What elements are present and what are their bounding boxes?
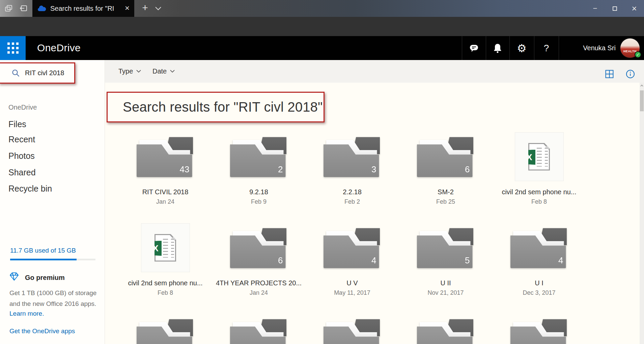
folder-icon: 5: [417, 227, 475, 268]
file-tile[interactable]: [505, 314, 573, 344]
file-tile[interactable]: 4 U I Dec 3, 2017: [505, 223, 573, 296]
search-input[interactable]: RIT civl 2018: [25, 69, 64, 77]
browser-tab[interactable]: Search results for "RI ×: [32, 0, 134, 17]
tab-close-icon[interactable]: ×: [125, 3, 130, 13]
grid-view-button[interactable]: [605, 70, 614, 78]
file-tile[interactable]: X civil 2nd sem phone nu... Feb 8: [505, 132, 573, 205]
learn-more-link[interactable]: Learn more.: [9, 310, 44, 317]
storage-usage-link[interactable]: 11.7 GB used of 15 GB: [10, 247, 76, 254]
sidebar-item-recycle-bin[interactable]: Recycle bin: [8, 184, 52, 194]
results-row: X civil 2nd sem phone nu... Feb 8 6 4TH …: [132, 223, 573, 296]
filter-bar: Type Date: [105, 60, 644, 83]
tile-name: RIT CIVIL 2018: [142, 188, 189, 196]
folder-icon: 2: [230, 136, 288, 177]
item-count-badge: 43: [180, 164, 190, 175]
tile-name: U V: [346, 279, 358, 287]
file-tile[interactable]: 3 2.2.18 Feb 2: [318, 132, 386, 205]
chevron-down-icon: [170, 70, 175, 73]
storage-progressbar: [10, 259, 95, 260]
app-launcher-button[interactable]: [0, 36, 26, 60]
file-tile[interactable]: 6 SM-2 Feb 25: [412, 132, 479, 205]
file-tile[interactable]: 43 RIT CIVIL 2018 Jan 24: [132, 132, 199, 205]
scrollbar[interactable]: [640, 83, 644, 344]
folder-icon: 3: [324, 136, 381, 177]
help-icon[interactable]: ?: [534, 36, 559, 60]
folder-icon: 43: [137, 136, 194, 177]
filter-date-dropdown[interactable]: Date: [152, 60, 175, 83]
file-tile[interactable]: 5 U II Nov 21, 2017: [412, 223, 479, 296]
file-tile[interactable]: [132, 314, 199, 344]
info-button[interactable]: [626, 69, 635, 79]
search-icon: [12, 69, 20, 77]
tile-name: 9.2.18: [249, 188, 268, 196]
tile-date: May 11, 2017: [334, 289, 370, 296]
go-premium-button[interactable]: Go premium: [25, 274, 65, 282]
sidebar-item-shared[interactable]: Shared: [8, 168, 36, 177]
close-button[interactable]: ×: [624, 0, 644, 17]
scroll-up-icon[interactable]: [640, 85, 643, 87]
tab-list-chevron-icon[interactable]: [155, 7, 161, 10]
folder-icon: 4: [324, 227, 381, 268]
premium-text-line1: Get 1 TB (1000 GB) of storage: [9, 289, 96, 297]
results-row-partial: [132, 314, 573, 344]
folder-icon: [230, 318, 288, 344]
tile-date: Feb 2: [344, 198, 360, 205]
scrollbar-thumb[interactable]: [640, 90, 644, 111]
filter-date-label: Date: [152, 67, 167, 75]
tile-date: Feb 8: [158, 289, 173, 296]
get-onedrive-apps-link[interactable]: Get the OneDrive apps: [9, 327, 75, 335]
item-count-badge: 4: [371, 255, 376, 266]
file-tile[interactable]: 2 9.2.18 Feb 9: [225, 132, 292, 205]
folder-icon: 4: [510, 227, 568, 268]
tile-name: U II: [440, 279, 451, 287]
file-tile[interactable]: 4 U V May 11, 2017: [318, 223, 386, 296]
minimize-button[interactable]: −: [585, 0, 605, 17]
item-count-badge: 5: [465, 255, 470, 266]
filter-type-dropdown[interactable]: Type: [118, 60, 141, 83]
tile-name: civil 2nd sem phone nu...: [128, 279, 202, 287]
file-tile[interactable]: [318, 314, 386, 344]
user-name[interactable]: Venuka Sri: [583, 44, 616, 52]
sidebar-item-files[interactable]: Files: [8, 119, 26, 129]
sidebar-section-label: OneDrive: [8, 104, 37, 111]
settings-icon[interactable]: ⚙: [509, 36, 534, 60]
file-tile[interactable]: [225, 314, 292, 344]
tile-name: 4TH YEAR PROJECTS 20...: [216, 279, 302, 287]
maximize-button[interactable]: [605, 0, 624, 17]
tile-date: Jan 24: [156, 198, 174, 205]
tab-preview-icon[interactable]: [4, 4, 13, 12]
premium-diamond-icon: [9, 272, 20, 281]
notifications-icon[interactable]: [486, 36, 509, 60]
tile-date: Feb 9: [251, 198, 267, 205]
excel-logo-icon: X: [149, 241, 162, 256]
item-count-badge: 3: [371, 164, 376, 175]
file-tile[interactable]: X civil 2nd sem phone nu... Feb 8: [132, 223, 199, 296]
folder-icon: [137, 318, 194, 344]
folder-icon: 6: [230, 227, 288, 268]
tile-name: 2.2.18: [343, 188, 362, 196]
tile-name: U I: [535, 279, 543, 287]
tile-date: Feb 25: [436, 198, 455, 205]
tab-title: Search results for "RI: [50, 5, 123, 12]
results-row: 43 RIT CIVIL 2018 Jan 24 2 9.2.18 Feb 9 …: [132, 132, 573, 205]
sidebar-item-photos[interactable]: Photos: [8, 151, 35, 161]
premium-text-line2: and the new Office 2016 apps.: [9, 300, 96, 308]
storage-progress-fill: [10, 259, 77, 260]
sidebar-item-recent[interactable]: Recent: [8, 135, 35, 144]
results-heading: Search results for "RIT civl 2018": [108, 93, 324, 121]
onedrive-header: OneDrive ⚙ ? Venuka Sri HEALTH ✓: [0, 36, 644, 60]
tile-date: Jan 24: [250, 289, 268, 296]
file-tile[interactable]: [412, 314, 479, 344]
onedrive-favicon: [37, 5, 46, 11]
annotation-search-box: RIT civl 2018: [0, 62, 75, 84]
filter-type-label: Type: [118, 67, 133, 75]
file-tile[interactable]: 6 4TH YEAR PROJECTS 20... Jan 24: [225, 223, 292, 296]
new-tab-button[interactable]: +: [139, 2, 151, 13]
chat-icon[interactable]: [462, 36, 486, 60]
tile-date: Feb 8: [531, 198, 547, 205]
verified-badge-icon: ✓: [635, 51, 641, 58]
item-count-badge: 6: [465, 164, 470, 175]
browser-toolbar: https://onedrive.live.com/?id=root&cid=6…: [0, 17, 644, 36]
excel-file-thumbnail: X: [141, 223, 190, 272]
set-tabs-aside-icon[interactable]: [19, 4, 28, 12]
